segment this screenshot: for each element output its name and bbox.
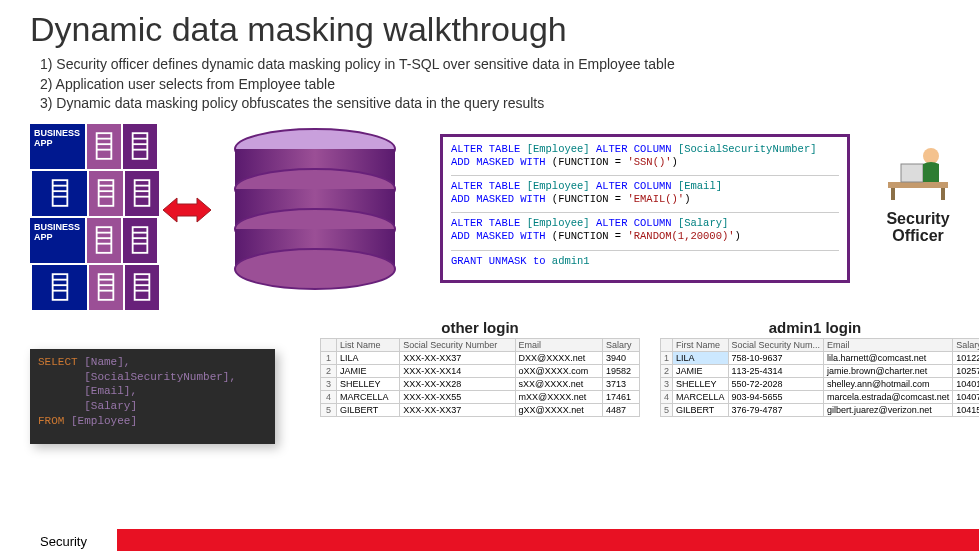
admin-login-title: admin1 login bbox=[660, 319, 970, 336]
table-cell: 2 bbox=[661, 364, 673, 377]
table-cell: 3940 bbox=[602, 351, 639, 364]
table-row: 2JAMIEXXX-XX-XX14oXX@XXXX.com19582 bbox=[321, 364, 640, 377]
table-header: Social Security Num... bbox=[728, 338, 824, 351]
other-login-panel: other login List NameSocial Security Num… bbox=[320, 319, 640, 417]
table-cell: 1 bbox=[321, 351, 337, 364]
table-cell: 5 bbox=[321, 403, 337, 416]
svg-rect-8 bbox=[52, 180, 67, 206]
svg-marker-40 bbox=[163, 198, 211, 222]
server-icon bbox=[89, 265, 123, 310]
table-cell: 113-25-4314 bbox=[728, 364, 824, 377]
steps-list: 1) Security officer defines dynamic data… bbox=[0, 55, 979, 124]
table-cell: SHELLEY bbox=[337, 377, 400, 390]
svg-rect-12 bbox=[99, 180, 114, 206]
table-cell: lila.harnett@comcast.net bbox=[824, 351, 953, 364]
step-1: 1) Security officer defines dynamic data… bbox=[40, 55, 979, 75]
table-cell: 5 bbox=[661, 403, 673, 416]
svg-rect-28 bbox=[52, 274, 67, 300]
table-cell: XXX-XX-XX37 bbox=[400, 351, 515, 364]
table-cell: DXX@XXXX.net bbox=[515, 351, 602, 364]
table-cell: SHELLEY bbox=[673, 377, 729, 390]
table-header bbox=[661, 338, 673, 351]
table-header: First Name bbox=[673, 338, 729, 351]
table-header: Social Security Number bbox=[400, 338, 515, 351]
table-row: 1LILAXXX-XX-XX37DXX@XXXX.net3940 bbox=[321, 351, 640, 364]
server-icon bbox=[87, 124, 121, 169]
table-cell: XXX-XX-XX55 bbox=[400, 390, 515, 403]
table-row: 3SHELLEYXXX-XX-XX28sXX@XXXX.net3713 bbox=[321, 377, 640, 390]
table-cell: 758-10-9637 bbox=[728, 351, 824, 364]
server-icon bbox=[123, 124, 157, 169]
table-header: List Name bbox=[337, 338, 400, 351]
server-icon bbox=[32, 171, 87, 216]
table-cell: JAMIE bbox=[337, 364, 400, 377]
server-icon bbox=[125, 171, 159, 216]
table-cell: 17461 bbox=[602, 390, 639, 403]
table-cell: 3 bbox=[661, 377, 673, 390]
table-cell: 1 bbox=[661, 351, 673, 364]
table-cell: MARCELLA bbox=[673, 390, 729, 403]
policy-sql-box: ALTER TABLE [Employee] ALTER COLUMN [Soc… bbox=[440, 134, 850, 283]
select-query-box: SELECT [Name], [SocialSecurityNumber], [… bbox=[30, 349, 275, 444]
slide-title: Dynamic data masking walkthrough bbox=[0, 0, 979, 55]
database-icon bbox=[225, 124, 405, 294]
table-row: 2JAMIE113-25-4314jamie.brown@charter.net… bbox=[661, 364, 980, 377]
table-row: 5GILBERTXXX-XX-XX37gXX@XXXX.net4487 bbox=[321, 403, 640, 416]
person-desk-icon bbox=[883, 134, 953, 204]
svg-rect-20 bbox=[97, 227, 112, 253]
table-cell: shelley.ann@hotmail.com bbox=[824, 377, 953, 390]
table-cell: MARCELLA bbox=[337, 390, 400, 403]
table-cell: jamie.brown@charter.net bbox=[824, 364, 953, 377]
table-cell: sXX@XXXX.net bbox=[515, 377, 602, 390]
security-officer: SecurityOfficer bbox=[863, 134, 973, 245]
table-cell: 550-72-2028 bbox=[728, 377, 824, 390]
table-row: 4MARCELLA903-94-5655marcela.estrada@comc… bbox=[661, 390, 980, 403]
svg-point-52 bbox=[923, 148, 939, 164]
apps-column: BUSINESS APP BUSINESS APP bbox=[30, 124, 160, 312]
table-cell: 1025713 bbox=[953, 364, 979, 377]
table-cell: 19582 bbox=[602, 364, 639, 377]
svg-rect-49 bbox=[891, 188, 895, 200]
table-cell: 3 bbox=[321, 377, 337, 390]
table-row: 4MARCELLAXXX-XX-XX55mXX@XXXX.net17461 bbox=[321, 390, 640, 403]
table-header: Salary bbox=[953, 338, 979, 351]
footer: Security bbox=[0, 529, 979, 551]
table-cell: XXX-XX-XX14 bbox=[400, 364, 515, 377]
table-header: Salary bbox=[602, 338, 639, 351]
other-login-title: other login bbox=[320, 319, 640, 336]
table-cell: LILA bbox=[337, 351, 400, 364]
svg-rect-48 bbox=[888, 182, 948, 188]
svg-rect-0 bbox=[97, 133, 112, 159]
svg-rect-50 bbox=[941, 188, 945, 200]
table-cell: 1040753 bbox=[953, 390, 979, 403]
server-icon bbox=[123, 218, 157, 263]
table-cell: 4 bbox=[661, 390, 673, 403]
admin-login-table: First NameSocial Security Num...EmailSal… bbox=[660, 338, 979, 417]
other-login-table: List NameSocial Security NumberEmailSala… bbox=[320, 338, 640, 417]
table-cell: 4 bbox=[321, 390, 337, 403]
svg-rect-4 bbox=[133, 133, 148, 159]
table-cell: gXX@XXXX.net bbox=[515, 403, 602, 416]
table-cell: 1040131 bbox=[953, 377, 979, 390]
admin-login-panel: admin1 login First NameSocial Security N… bbox=[660, 319, 970, 417]
table-cell: GILBERT bbox=[673, 403, 729, 416]
table-cell: mXX@XXXX.net bbox=[515, 390, 602, 403]
table-header: Email bbox=[824, 338, 953, 351]
footer-tag: Security bbox=[0, 529, 117, 551]
step-3: 3) Dynamic data masking policy obfuscate… bbox=[40, 94, 979, 114]
bidirectional-arrow-icon bbox=[163, 194, 211, 226]
svg-rect-32 bbox=[99, 274, 114, 300]
table-row: 1LILA758-10-9637lila.harnett@comcast.net… bbox=[661, 351, 980, 364]
server-icon bbox=[125, 265, 159, 310]
table-cell: 2 bbox=[321, 364, 337, 377]
table-cell: marcela.estrada@comcast.net bbox=[824, 390, 953, 403]
table-cell: 903-94-5655 bbox=[728, 390, 824, 403]
business-app-label: BUSINESS APP bbox=[30, 124, 85, 169]
table-header: Email bbox=[515, 338, 602, 351]
table-header bbox=[321, 338, 337, 351]
svg-rect-24 bbox=[133, 227, 148, 253]
server-icon bbox=[89, 171, 123, 216]
table-cell: oXX@XXXX.com bbox=[515, 364, 602, 377]
svg-rect-16 bbox=[135, 180, 150, 206]
table-cell: XXX-XX-XX37 bbox=[400, 403, 515, 416]
